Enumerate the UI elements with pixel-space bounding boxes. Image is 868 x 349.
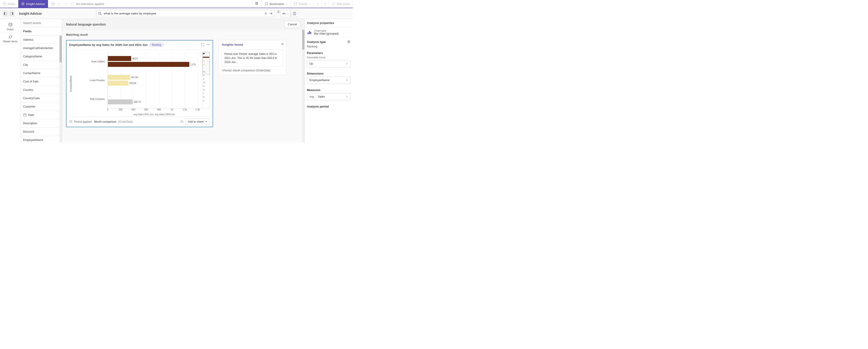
analysis-period-label: Analysis period bbox=[307, 105, 329, 108]
next-sheet-button[interactable] bbox=[321, 0, 329, 8]
category-label: Rob Carsson bbox=[90, 98, 105, 100]
svg-point-35 bbox=[209, 44, 210, 45]
svg-rect-7 bbox=[58, 2, 61, 5]
step-back-icon[interactable] bbox=[57, 2, 61, 6]
svg-line-23 bbox=[101, 14, 101, 15]
right-panel-toggle[interactable] bbox=[9, 11, 14, 16]
svg-rect-39 bbox=[309, 31, 310, 34]
asset-field-item[interactable]: CategoryName bbox=[21, 53, 62, 61]
asset-field-label: CountryCode bbox=[23, 97, 40, 100]
measure-select[interactable]: Avg Sales bbox=[307, 93, 350, 100]
top-toolbar: Notes Insight Advisor No selections appl… bbox=[0, 0, 353, 8]
help-icon[interactable]: ? bbox=[347, 40, 350, 44]
bar-value-label: - bbox=[109, 95, 110, 97]
bar-chart-icon bbox=[307, 30, 312, 35]
properties-header: Analysis properties bbox=[305, 19, 353, 27]
assets-scrollbar[interactable] bbox=[60, 36, 62, 143]
asset-field-item[interactable]: Customer bbox=[21, 103, 62, 111]
dimension-select[interactable]: EmployeeName bbox=[307, 77, 350, 84]
svg-rect-12 bbox=[255, 2, 256, 3]
clear-search-icon[interactable]: ✕ bbox=[264, 12, 267, 15]
chart-card[interactable]: EmployeeName by avg Sales for 2020-Jun a… bbox=[66, 40, 213, 127]
add-to-sheet-button[interactable]: Add to sheet bbox=[185, 118, 210, 125]
more-icon[interactable] bbox=[206, 43, 210, 46]
language-select[interactable]: en bbox=[280, 10, 290, 17]
bar[interactable]: 320.54 bbox=[108, 81, 128, 85]
cancel-button[interactable]: Cancel bbox=[284, 21, 300, 28]
bar[interactable]: 1.27k bbox=[108, 62, 189, 67]
left-panel-toggle[interactable] bbox=[3, 11, 8, 16]
prev-sheet-button[interactable] bbox=[314, 0, 321, 8]
microphone-icon[interactable] bbox=[277, 10, 280, 13]
asset-field-item[interactable]: Cost of Sale bbox=[21, 77, 62, 86]
bar[interactable]: 388.74 bbox=[108, 99, 133, 104]
measure-field: Sales bbox=[318, 95, 346, 98]
rail-fields[interactable]: Fields bbox=[0, 21, 21, 33]
chart-minimap[interactable] bbox=[202, 52, 210, 108]
x-tick-label: 600 bbox=[144, 108, 148, 111]
svg-point-33 bbox=[207, 44, 207, 45]
parameters-label: Parameters bbox=[307, 51, 323, 55]
svg-rect-40 bbox=[310, 32, 311, 34]
assets-panel: Fields AddressAverageCallSatisfactionCat… bbox=[21, 19, 62, 143]
bar[interactable]: 363.6 bbox=[108, 56, 131, 61]
x-tick-label: 200 bbox=[119, 108, 122, 111]
asset-field-item[interactable]: Address bbox=[21, 36, 62, 44]
explore-icon[interactable] bbox=[180, 120, 184, 124]
clock-icon bbox=[69, 120, 72, 124]
analysis-type-value: Ranking bbox=[307, 45, 350, 48]
asset-field-item[interactable]: Description bbox=[21, 119, 62, 128]
database-icon bbox=[8, 23, 13, 27]
asset-field-label: Country bbox=[23, 88, 33, 92]
nlq-label: Natural language question bbox=[66, 23, 106, 26]
category-label: Louis Presley bbox=[90, 79, 105, 81]
asset-field-item[interactable]: EmployeeName bbox=[21, 136, 62, 143]
link-icon bbox=[8, 35, 13, 39]
asset-field-item[interactable]: ContactName bbox=[21, 69, 62, 77]
smart-select-icon[interactable] bbox=[51, 2, 55, 6]
asset-field-label: CategoryName bbox=[23, 55, 42, 58]
insight-advisor-label: Insight Advisor bbox=[26, 2, 45, 6]
favorable-trend-select[interactable]: Up bbox=[307, 60, 350, 67]
svg-rect-14 bbox=[255, 4, 256, 4]
asset-field-item[interactable]: Discount bbox=[21, 128, 62, 136]
rail-master-label: Master items bbox=[1, 40, 20, 43]
bar-value-label: 363.6 bbox=[132, 57, 138, 60]
edit-sheet-button[interactable]: Edit sheet bbox=[329, 0, 353, 8]
chart-type-label: Chart type bbox=[314, 29, 339, 32]
selections-tool-button[interactable] bbox=[252, 0, 262, 8]
insight-advisor-icon bbox=[21, 2, 25, 6]
bar-value-label: 347.69 bbox=[131, 76, 138, 79]
step-forward-icon[interactable] bbox=[64, 2, 68, 6]
svg-rect-16 bbox=[294, 2, 297, 5]
search-box: ✕ bbox=[96, 10, 275, 17]
close-insights-icon[interactable]: ✕ bbox=[281, 42, 284, 46]
asset-field-item[interactable]: Date bbox=[21, 111, 62, 119]
language-label: en bbox=[282, 12, 285, 15]
asset-field-item[interactable]: CountryCode bbox=[21, 94, 62, 103]
rail-master-items[interactable]: Master items bbox=[0, 33, 21, 45]
x-tick-label: 400 bbox=[131, 108, 135, 111]
chart-y-axis-label: EmployeeName bbox=[69, 52, 72, 115]
bar[interactable]: 347.69 bbox=[108, 75, 130, 80]
submit-search-icon[interactable] bbox=[269, 12, 273, 15]
bookmarks-button[interactable]: Bookmarks bbox=[262, 0, 291, 8]
clear-selections-icon[interactable] bbox=[70, 2, 74, 6]
fullscreen-icon[interactable] bbox=[201, 43, 205, 46]
assets-search-input[interactable] bbox=[21, 19, 62, 27]
asset-field-label: Cost of Sale bbox=[23, 80, 38, 83]
asset-field-item[interactable]: City bbox=[21, 61, 62, 69]
chart-plot-area[interactable]: Joan CallinsLouis PresleyRob Carsson 363… bbox=[72, 52, 210, 115]
asset-field-item[interactable]: Country bbox=[21, 86, 62, 94]
notes-button[interactable]: Notes bbox=[0, 0, 18, 8]
sheets-label: Sheets bbox=[299, 2, 308, 6]
sheets-button[interactable]: Sheets bbox=[291, 0, 314, 8]
center-scrollbar[interactable] bbox=[302, 30, 304, 143]
search-input[interactable] bbox=[103, 12, 262, 15]
svg-rect-15 bbox=[257, 4, 258, 4]
asset-field-item[interactable]: AverageCallSatisfaction bbox=[21, 44, 62, 53]
asset-field-label: Address bbox=[23, 38, 33, 41]
info-button[interactable] bbox=[291, 10, 298, 17]
insight-advisor-button[interactable]: Insight Advisor bbox=[18, 0, 48, 8]
asset-field-label: Description bbox=[23, 122, 37, 125]
